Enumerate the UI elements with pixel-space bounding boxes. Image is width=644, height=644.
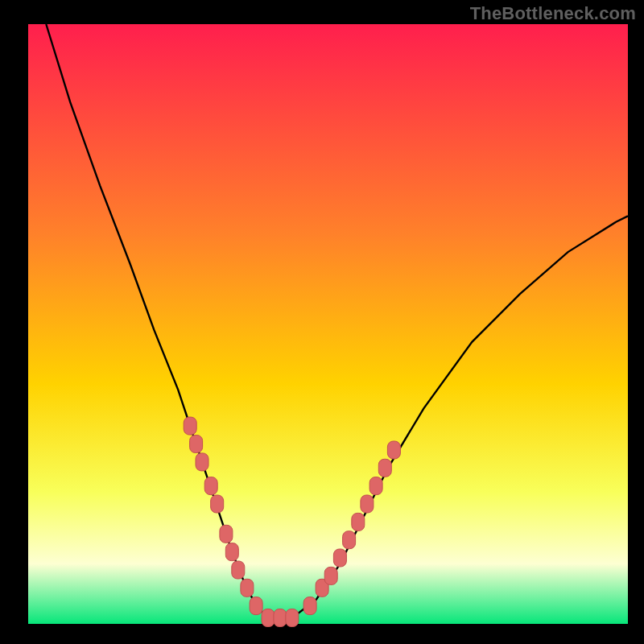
curve-marker [190,436,203,453]
curve-marker [196,453,208,471]
curve-marker [220,525,233,543]
curve-marker [378,459,391,477]
curve-marker [211,495,224,513]
curve-marker [333,549,346,567]
curve-marker [361,495,374,513]
curve-marker [343,531,356,549]
curve-marker [241,579,254,597]
plot-background [28,24,628,624]
curve-marker [184,417,196,435]
curve-marker [225,543,238,561]
curve-marker [250,597,262,615]
curve-marker [352,513,365,530]
bottleneck-plot [0,0,644,644]
curve-marker [274,609,287,627]
curve-marker [232,561,245,579]
curve-marker [204,477,217,495]
curve-marker [387,441,400,459]
curve-marker [369,477,382,495]
watermark-text: TheBottleneck.com [470,3,636,24]
chart-stage: TheBottleneck.com [0,0,644,644]
curve-marker [324,567,337,584]
curve-marker [286,609,299,627]
curve-marker [262,609,275,627]
curve-marker [303,597,316,615]
